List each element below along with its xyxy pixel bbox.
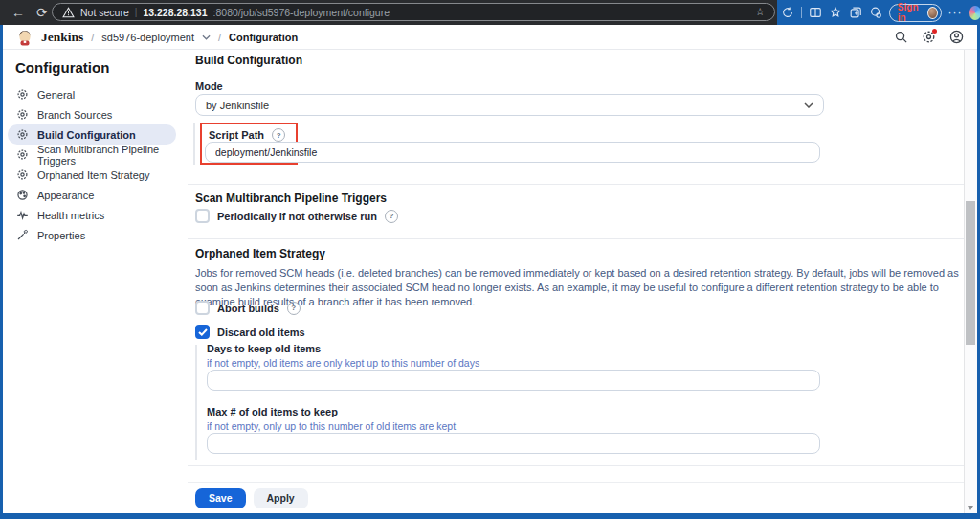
more-menu-icon[interactable]: ··· <box>948 6 963 19</box>
periodically-row: Periodically if not otherwise run ? <box>195 209 398 223</box>
split-screen-icon[interactable] <box>809 5 822 20</box>
days-to-keep-help: if not empty, old items are only kept up… <box>207 357 479 369</box>
profile-avatar <box>927 7 938 19</box>
app-window: ← ⟳ Not secure | 13.228.28.131 :8080/job… <box>0 0 980 519</box>
sidebar-item-orphaned-item-strategy[interactable]: Orphaned Item Strategy <box>8 165 176 185</box>
sidebar-item-build-configuration[interactable]: Build Configuration <box>8 124 176 145</box>
max-items-help: if not empty, only up to this number of … <box>207 420 456 432</box>
check-icon <box>198 328 208 336</box>
save-button[interactable]: Save <box>195 488 246 508</box>
sidebar-item-appearance[interactable]: Appearance <box>8 185 176 205</box>
gear-icon <box>16 148 29 161</box>
warning-icon <box>62 7 75 18</box>
sidebar-item-label: Scan Multibranch Pipeline Triggers <box>37 144 176 167</box>
copilot-icon[interactable] <box>969 6 980 20</box>
orphaned-strategy-heading: Orphaned Item Strategy <box>195 247 325 260</box>
user-icon[interactable] <box>948 30 964 45</box>
mode-select-value: by Jenkinsfile <box>206 100 269 111</box>
chevron-down-icon <box>804 102 813 108</box>
sidebar-item-scan-triggers[interactable]: Scan Multibranch Pipeline Triggers <box>8 145 176 165</box>
sync-icon[interactable] <box>781 5 794 20</box>
max-items-label: Max # of old items to keep <box>207 406 338 417</box>
script-path-label-row: Script Path ? <box>209 128 285 142</box>
section-divider <box>188 465 964 466</box>
mode-label: Mode <box>195 80 223 92</box>
sidebar-item-branch-sources[interactable]: Branch Sources <box>8 104 176 124</box>
sidebar-item-label: Build Configuration <box>37 129 136 141</box>
section-divider <box>188 184 964 185</box>
window-frame-bottom <box>0 513 980 519</box>
screwdriver-icon <box>16 229 29 241</box>
discard-old-items-label: Discard old items <box>217 327 305 338</box>
sidebar-item-health-metrics[interactable]: Health metrics <box>8 205 176 225</box>
max-items-input[interactable] <box>207 433 820 454</box>
help-icon[interactable]: ? <box>385 210 398 223</box>
script-path-label: Script Path <box>209 129 264 141</box>
sidebar-list: General Branch Sources Build Configurati… <box>8 84 176 245</box>
sidebar-item-properties[interactable]: Properties <box>8 225 176 245</box>
orphaned-strategy-description: Jobs for removed SCM heads (i.e. deleted… <box>195 266 961 309</box>
back-icon[interactable]: ← <box>11 0 25 25</box>
extensions-icon[interactable] <box>869 5 882 20</box>
discard-old-items-checkbox[interactable] <box>195 325 210 339</box>
main-content: Build Configuration Mode by Jenkinsfile … <box>188 50 964 513</box>
nested-block-indent <box>195 345 197 460</box>
notification-dot <box>932 29 937 34</box>
sign-in-label: Sign in <box>898 2 924 23</box>
palette-icon <box>16 189 29 201</box>
help-icon[interactable]: ? <box>287 302 301 315</box>
scan-triggers-heading: Scan Multibranch Pipeline Triggers <box>195 192 387 205</box>
gear-icon <box>16 128 29 141</box>
url-path: :8080/job/sd5976-deployment/configure <box>213 7 390 18</box>
help-icon[interactable]: ? <box>272 128 285 142</box>
breadcrumb-separator: / <box>218 32 221 43</box>
jenkins-logo-icon[interactable] <box>16 29 33 46</box>
configuration-sidebar: Configuration General Branch Sources Bui… <box>3 50 188 513</box>
jenkins-header: Jenkins / sd5976-deployment / Configurat… <box>3 25 977 50</box>
chevron-down-icon[interactable] <box>202 34 211 40</box>
bookmark-icon[interactable]: ☆ <box>755 6 765 18</box>
url-host: 13.228.28.131 <box>143 7 207 18</box>
sidebar-item-label: Properties <box>37 230 85 241</box>
abort-builds-checkbox[interactable] <box>195 301 210 315</box>
security-label: Not secure <box>80 7 129 18</box>
breadcrumb-job[interactable]: sd5976-deployment <box>101 32 194 43</box>
discard-old-items-row: Discard old items <box>195 325 305 339</box>
form-footer: Save Apply <box>188 483 964 513</box>
scrollbar-thumb[interactable] <box>966 201 975 345</box>
mode-select[interactable]: by Jenkinsfile <box>195 94 824 116</box>
url-bar[interactable]: Not secure | 13.228.28.131 :8080/job/sd5… <box>52 3 775 21</box>
toolbar-separator <box>801 7 802 18</box>
admin-gear-icon[interactable] <box>921 30 936 45</box>
script-path-input[interactable] <box>205 142 820 163</box>
browser-actions: Sign in ··· <box>777 0 980 25</box>
build-configuration-heading: Build Configuration <box>195 54 302 67</box>
days-to-keep-input[interactable] <box>207 370 820 391</box>
sidebar-item-label: Orphaned Item Strategy <box>37 169 149 181</box>
abort-builds-row: Abort builds ? <box>195 301 301 315</box>
sidebar-title: Configuration <box>15 59 109 76</box>
sign-in-button[interactable]: Sign in <box>889 4 942 22</box>
abort-builds-label: Abort builds <box>217 303 279 314</box>
breadcrumb-page: Configuration <box>229 32 298 43</box>
pulse-icon <box>16 209 29 221</box>
gear-icon <box>16 88 29 101</box>
scrollbar-down-arrow[interactable] <box>968 506 973 510</box>
jenkins-brand[interactable]: Jenkins <box>41 30 83 45</box>
days-to-keep-label: Days to keep old items <box>207 343 321 354</box>
search-icon[interactable] <box>893 30 908 45</box>
collections-icon[interactable] <box>849 5 862 20</box>
periodically-checkbox[interactable] <box>195 209 210 223</box>
reload-icon[interactable]: ⟳ <box>36 0 48 25</box>
sidebar-item-label: General <box>37 89 75 101</box>
sidebar-item-label: Branch Sources <box>37 109 112 121</box>
sidebar-item-label: Health metrics <box>37 210 104 221</box>
breadcrumb-separator: / <box>91 32 94 43</box>
sidebar-item-general[interactable]: General <box>8 84 176 104</box>
nested-block-indent <box>193 123 195 165</box>
periodically-label: Periodically if not otherwise run <box>217 211 377 222</box>
sidebar-item-label: Appearance <box>37 190 94 201</box>
apply-button[interactable]: Apply <box>254 488 308 508</box>
favorites-icon[interactable] <box>829 5 842 20</box>
url-divider: | <box>135 7 138 17</box>
